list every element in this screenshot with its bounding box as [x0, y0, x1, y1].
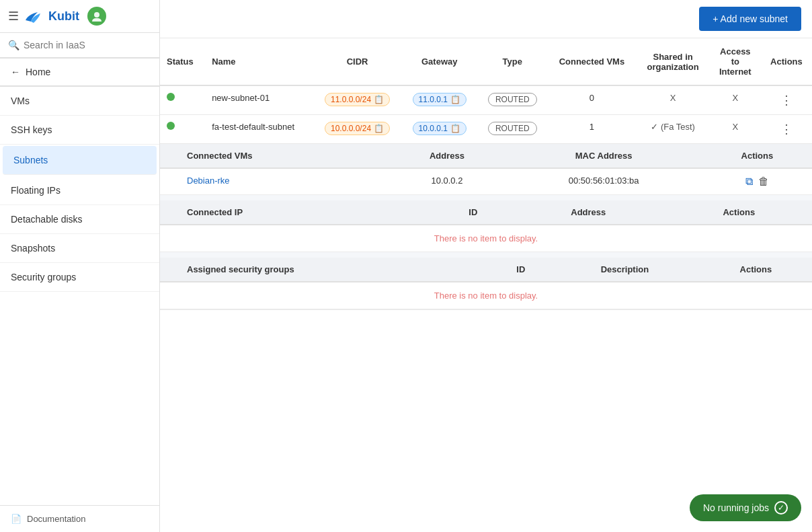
app-name: Kubit — [48, 9, 79, 24]
check-circle-icon: ✓ — [774, 501, 788, 515]
sidebar-item-vms[interactable]: VMs — [0, 87, 159, 116]
menu-icon[interactable]: ☰ — [8, 9, 19, 24]
sidebar-item-floating-ips[interactable]: Floating IPs — [0, 176, 159, 205]
subnet2-actions: ⋮ — [761, 115, 812, 144]
copy-cidr-icon[interactable]: 📋 — [374, 95, 384, 104]
more-actions-icon[interactable]: ⋮ — [780, 93, 793, 107]
col-access-internet: AccesstoInternet — [710, 38, 761, 85]
col-shared-org: Shared inorganization — [636, 38, 709, 85]
add-subnet-label: + Add new subnet — [713, 13, 788, 24]
search-input[interactable] — [24, 40, 151, 50]
col-connected-vms-header: Connected VMs — [160, 144, 389, 168]
no-item-message: There is no item to display. — [428, 227, 544, 250]
connected-vms-table: Connected VMs Address MAC Address Action… — [160, 144, 812, 195]
subnet1-access-internet: X — [710, 85, 761, 115]
no-item-row: There is no item to display. — [160, 225, 812, 252]
cidr-badge: 10.0.0.0/24 📋 — [325, 122, 390, 135]
home-label: Home — [26, 67, 50, 77]
col-type: Type — [477, 38, 547, 85]
type-badge: ROUTED — [488, 93, 537, 106]
sidebar-item-ssh-keys[interactable]: SSH keys — [0, 116, 159, 145]
sidebar-item-home[interactable]: ← Home — [0, 59, 159, 86]
col-sg-id-header: ID — [492, 258, 550, 282]
vm-actions-cell: ⧉ 🗑 — [702, 168, 812, 195]
subnet1-name: new-subnet-01 — [205, 85, 313, 115]
documentation-label: Documentation — [27, 514, 85, 524]
bottom-bar: No running jobs ✓ — [690, 494, 801, 521]
status-dot-green — [167, 93, 175, 101]
vm-address-cell: 10.0.0.2 — [389, 168, 505, 195]
gateway-badge: 11.0.0.1 📋 — [413, 93, 466, 106]
search-icon: 🔍 — [8, 40, 19, 50]
subnet1-gateway: 11.0.0.1 📋 — [401, 85, 477, 115]
subnet2-gateway: 10.0.0.1 📋 — [401, 115, 477, 144]
sidebar-footer[interactable]: 📄 Documentation — [0, 505, 159, 532]
col-gateway: Gateway — [401, 38, 477, 85]
no-item-message: There is no item to display. — [428, 284, 544, 307]
delete-icon[interactable]: 🗑 — [758, 176, 769, 187]
col-connected-ip-header: Connected IP — [160, 200, 436, 225]
search-bar[interactable]: 🔍 — [0, 33, 159, 58]
copy-gateway-icon[interactable]: 📋 — [450, 124, 460, 133]
user-avatar — [87, 7, 106, 26]
no-jobs-badge[interactable]: No running jobs ✓ — [690, 494, 801, 521]
col-ip-address-header: Address — [511, 200, 666, 225]
vm-name-cell: Debian-rke — [160, 168, 389, 195]
cidr-badge: 11.0.0.0/24 📋 — [325, 93, 390, 106]
connected-vm-row: Debian-rke 10.0.0.2 00:50:56:01:03:ba ⧉ … — [160, 168, 812, 195]
col-id-header: ID — [436, 200, 511, 225]
no-item-row: There is no item to display. — [160, 282, 812, 309]
col-cidr: CIDR — [313, 38, 402, 85]
connected-ip-header: Connected IP ID Address Actions — [160, 200, 812, 225]
no-jobs-label: No running jobs — [703, 502, 769, 513]
subnet2-connected-vms: 1 — [547, 115, 636, 144]
sidebar: ☰ Kubit 🔍 ← Home VMs — [0, 0, 160, 532]
security-groups-label: Security groups — [11, 272, 76, 282]
add-subnet-button[interactable]: + Add new subnet — [699, 7, 801, 31]
subnet1-connected-vms: 0 — [547, 85, 636, 115]
col-security-groups-header: Assigned security groups — [160, 258, 492, 282]
table-row: fa-test-default-subnet 10.0.0.0/24 📋 10.… — [160, 115, 812, 144]
connected-ip-table: Connected IP ID Address Actions There is… — [160, 200, 812, 252]
sidebar-header: ☰ Kubit — [0, 0, 159, 33]
floating-ips-label: Floating IPs — [11, 185, 60, 196]
sidebar-nav: VMs SSH keys Subnets Floating IPs Detach… — [0, 87, 159, 292]
open-external-icon[interactable]: ⧉ — [745, 176, 753, 187]
gateway-badge: 10.0.0.1 📋 — [413, 122, 466, 135]
detachable-disks-label: Detachable disks — [11, 214, 83, 225]
subnet2-name: fa-test-default-subnet — [205, 115, 313, 144]
expanded-row: Connected VMs Address MAC Address Action… — [160, 144, 812, 310]
subnet1-status — [160, 85, 205, 115]
ssh-keys-label: SSH keys — [11, 124, 52, 135]
col-sg-description-header: Description — [550, 258, 700, 282]
vms-label: VMs — [11, 96, 30, 106]
vm-link[interactable]: Debian-rke — [187, 176, 230, 186]
more-actions-icon[interactable]: ⋮ — [780, 122, 793, 136]
sidebar-item-subnets[interactable]: Subnets — [3, 146, 157, 175]
vm-mac-cell: 00:50:56:01:03:ba — [505, 168, 702, 195]
col-actions-header: Actions — [702, 144, 812, 168]
col-status: Status — [160, 38, 205, 85]
copy-gateway-icon[interactable]: 📋 — [450, 95, 460, 104]
subnet1-shared-org: X — [636, 85, 709, 115]
logo-bird-icon — [24, 8, 44, 24]
subnets-table: Status Name CIDR Gateway Type Connected … — [160, 38, 812, 310]
table-row: new-subnet-01 11.0.0.0/24 📋 11.0.0.1 📋 — [160, 85, 812, 115]
security-groups-header: Assigned security groups ID Description … — [160, 258, 812, 282]
subnet2-shared-org: ✓ (Fa Test) — [636, 115, 709, 144]
snapshots-label: Snapshots — [11, 243, 55, 254]
subnet2-status — [160, 115, 205, 144]
sidebar-item-snapshots[interactable]: Snapshots — [0, 234, 159, 263]
top-bar: + Add new subnet — [160, 0, 812, 38]
sidebar-item-security-groups[interactable]: Security groups — [0, 263, 159, 292]
copy-cidr-icon[interactable]: 📋 — [374, 124, 384, 133]
arrow-left-icon: ← — [11, 67, 20, 77]
sidebar-item-detachable-disks[interactable]: Detachable disks — [0, 205, 159, 234]
subnet1-cidr: 11.0.0.0/24 📋 — [313, 85, 402, 115]
subnet2-cidr: 10.0.0.0/24 📋 — [313, 115, 402, 144]
subnets-label: Subnets — [13, 155, 48, 165]
subnet1-type: ROUTED — [477, 85, 547, 115]
col-address-header: Address — [389, 144, 505, 168]
main-content: + Add new subnet Status Name CIDR Gatewa… — [160, 0, 812, 532]
svg-point-0 — [94, 12, 99, 17]
